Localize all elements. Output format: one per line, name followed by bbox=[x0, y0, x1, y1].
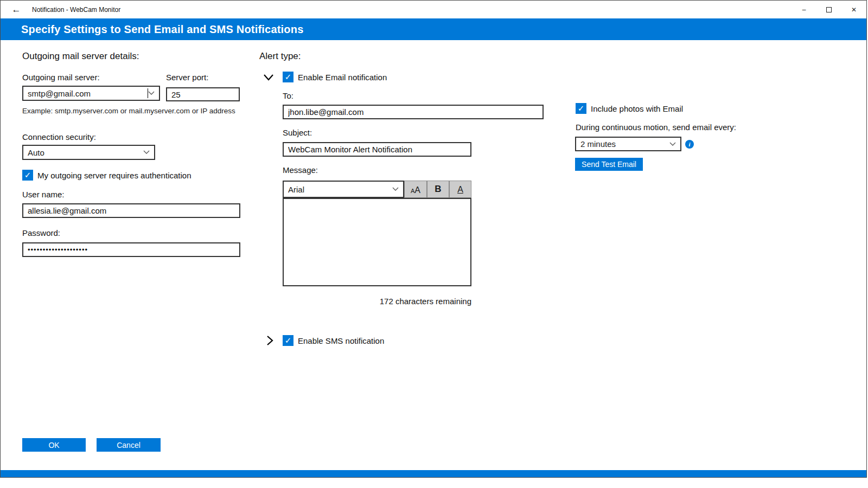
enable-sms-label: Enable SMS notification bbox=[298, 336, 384, 345]
interval-label: During continuous motion, send email eve… bbox=[576, 123, 736, 132]
bottom-accent-bar bbox=[1, 470, 866, 478]
app-window: ← Notification - WebCam Monitor – ✕ Spec… bbox=[0, 0, 867, 478]
password-label: Password: bbox=[22, 228, 60, 237]
username-label: User name: bbox=[22, 190, 65, 199]
chars-remaining-text: 172 characters remaining bbox=[283, 297, 471, 306]
send-test-email-button[interactable]: Send Test Email bbox=[575, 158, 643, 171]
maximize-button[interactable] bbox=[816, 1, 841, 18]
subject-input[interactable] bbox=[283, 142, 471, 157]
message-textarea[interactable] bbox=[283, 198, 471, 286]
sms-section-expander[interactable] bbox=[264, 335, 276, 346]
auth-checkbox-label: My outgoing server requires authenticati… bbox=[37, 171, 192, 180]
maximize-icon bbox=[826, 7, 832, 12]
outgoing-server-label: Outgoing mail server: bbox=[22, 73, 100, 82]
info-icon[interactable]: i bbox=[685, 140, 694, 149]
close-button[interactable]: ✕ bbox=[841, 1, 866, 18]
chevron-down-icon bbox=[392, 187, 399, 191]
font-family-value: Arial bbox=[288, 185, 392, 194]
interval-combobox[interactable]: 2 minutes bbox=[575, 137, 681, 151]
subject-label: Subject: bbox=[283, 128, 312, 137]
include-photos-label: Include photos with Email bbox=[591, 104, 683, 113]
to-label: To: bbox=[283, 91, 293, 100]
chevron-down-icon bbox=[263, 74, 274, 81]
interval-value: 2 minutes bbox=[580, 139, 669, 149]
window-title: Notification - WebCam Monitor bbox=[32, 1, 120, 18]
chevron-right-icon bbox=[266, 335, 273, 346]
enable-sms-checkbox[interactable]: ✓ bbox=[283, 335, 293, 346]
bold-icon: B bbox=[435, 184, 441, 195]
chevron-down-icon bbox=[143, 150, 150, 155]
email-section-expander[interactable] bbox=[262, 72, 275, 84]
to-input[interactable] bbox=[283, 105, 544, 119]
message-label: Message: bbox=[283, 165, 318, 175]
auth-checkbox[interactable]: ✓ bbox=[22, 170, 33, 181]
chevron-down-icon bbox=[669, 142, 676, 146]
ok-button[interactable]: OK bbox=[22, 438, 86, 452]
bold-button[interactable]: B bbox=[427, 181, 449, 198]
font-family-combobox[interactable]: Arial bbox=[283, 181, 404, 198]
alert-type-section-title: Alert type: bbox=[259, 51, 301, 62]
font-size-button[interactable]: AA bbox=[404, 181, 427, 198]
server-port-input[interactable] bbox=[166, 87, 240, 101]
font-size-small-a: A bbox=[411, 188, 414, 195]
minimize-button[interactable]: – bbox=[792, 1, 816, 18]
connection-security-combobox[interactable]: Auto bbox=[22, 145, 155, 160]
connection-security-label: Connection security: bbox=[22, 132, 96, 142]
outgoing-server-value: smtp@gmail.com bbox=[28, 89, 147, 98]
chevron-down-icon bbox=[148, 91, 155, 95]
enable-email-checkbox[interactable]: ✓ bbox=[283, 72, 293, 82]
titlebar: ← Notification - WebCam Monitor – ✕ bbox=[1, 1, 866, 18]
server-port-label: Server port: bbox=[166, 73, 208, 82]
page-header: Specify Settings to Send Email and SMS N… bbox=[1, 18, 866, 40]
enable-email-label: Enable Email notification bbox=[298, 73, 387, 82]
page-title: Specify Settings to Send Email and SMS N… bbox=[21, 23, 303, 36]
username-input[interactable] bbox=[22, 203, 240, 218]
cancel-button[interactable]: Cancel bbox=[97, 438, 161, 452]
back-icon[interactable]: ← bbox=[6, 1, 27, 18]
connection-security-value: Auto bbox=[28, 148, 143, 157]
password-input[interactable] bbox=[22, 242, 240, 257]
underline-icon: A bbox=[457, 185, 463, 195]
server-example-text: Example: smtp.myserver.com or mail.myser… bbox=[22, 106, 245, 116]
outgoing-server-combobox[interactable]: smtp@gmail.com bbox=[22, 86, 160, 101]
font-size-large-a: A bbox=[414, 185, 420, 195]
include-photos-checkbox[interactable]: ✓ bbox=[576, 103, 586, 114]
underline-button[interactable]: A bbox=[449, 181, 471, 198]
window-controls: – ✕ bbox=[792, 1, 866, 18]
mail-server-section-title: Outgoing mail server details: bbox=[22, 51, 139, 62]
